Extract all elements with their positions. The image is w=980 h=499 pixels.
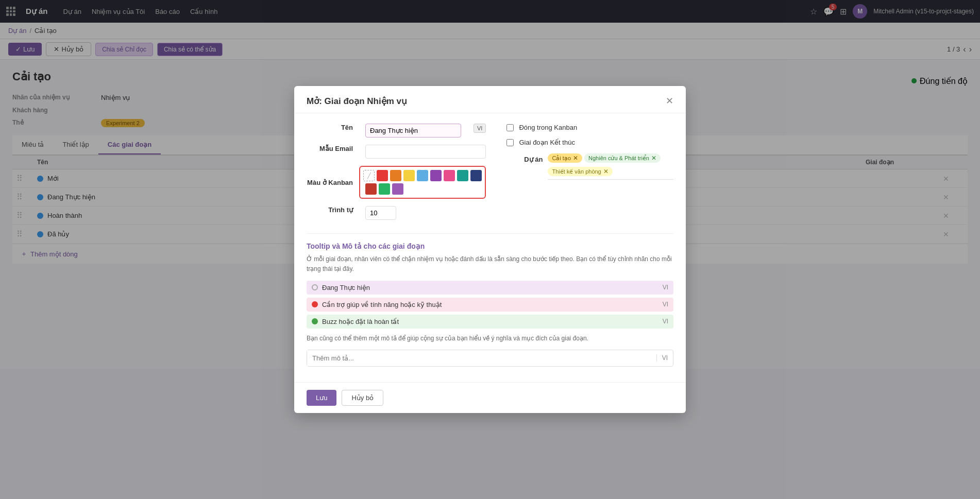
color-navy[interactable]: [470, 170, 482, 181]
divider: [307, 233, 673, 234]
email-template-select[interactable]: [365, 145, 486, 159]
end-stage-row: Giai đoạn Kết thúc: [506, 139, 673, 146]
desc-note: Bạn cũng có thể thêm một mô tả để giúp c…: [307, 334, 673, 343]
name-label: Tên: [307, 124, 353, 131]
color-orange[interactable]: [390, 170, 401, 181]
color-none[interactable]: ╱: [363, 170, 375, 181]
color-picker: ╱: [359, 166, 486, 199]
kanban-color-row: Màu ở Kanban ╱: [307, 166, 486, 199]
sequence-row: Trình tự: [307, 206, 486, 220]
tooltip-title: Tooltip và Mô tả cho các giai đoạn: [307, 242, 673, 250]
state-lang-neutral: VI: [663, 284, 668, 291]
modal-close-button[interactable]: ✕: [666, 95, 673, 107]
color-green[interactable]: [379, 183, 390, 195]
color-teal[interactable]: [457, 170, 468, 181]
state-text-need-help[interactable]: Cần trợ giúp về tính năng hoặc kỹ thuật: [322, 301, 658, 308]
closed-kanban-label: Đóng trong Kanban: [519, 124, 577, 131]
color-red[interactable]: [377, 170, 388, 181]
name-row: Tên VI: [307, 124, 486, 137]
tag-office: Thiết kế văn phòng ✕: [548, 167, 612, 176]
state-text-done[interactable]: Buzz hoặc đặt là hoàn tất: [322, 318, 658, 325]
modal-save-button[interactable]: Lưu: [307, 390, 336, 406]
tooltip-section: Tooltip và Mô tả cho các giai đoạn Ở mỗi…: [307, 242, 673, 367]
email-template-row: Mẫu Email: [307, 145, 486, 159]
state-text-neutral[interactable]: Đang Thực hiện: [322, 284, 658, 291]
name-input[interactable]: [365, 124, 461, 137]
modal-left: Tên VI Mẫu Email Màu ở Kanban: [307, 124, 486, 227]
remove-nc[interactable]: ✕: [651, 154, 656, 162]
desc-lang: VI: [656, 354, 673, 362]
state-lang-need-help: VI: [663, 301, 668, 308]
state-radio-neutral: [312, 284, 318, 290]
color-pink[interactable]: [444, 170, 455, 181]
name-lang[interactable]: VI: [474, 124, 486, 133]
color-blue[interactable]: [417, 170, 428, 181]
desc-inner: VI: [307, 350, 673, 367]
state-radio-green: [312, 318, 318, 324]
color-yellow[interactable]: [403, 170, 415, 181]
tag-cai-tao: Cải tạo ✕: [548, 153, 582, 163]
closed-kanban-row: Đóng trong Kanban: [506, 124, 673, 131]
modal-cancel-button[interactable]: Hủy bỏ: [342, 390, 383, 406]
end-stage-checkbox[interactable]: [506, 139, 514, 146]
modal-header: Mở: Giai đoạn Nhiệm vụ ✕: [294, 86, 686, 113]
end-stage-label: Giai đoạn Kết thúc: [519, 139, 575, 146]
sequence-input[interactable]: [365, 206, 396, 220]
desc-input[interactable]: [307, 350, 656, 366]
state-row-neutral: Đang Thực hiện VI: [307, 281, 673, 295]
state-row-done: Buzz hoặc đặt là hoàn tất VI: [307, 315, 673, 329]
sequence-label: Trình tự: [307, 206, 353, 214]
project-tags: Cải tạo ✕ Nghiên cứu & Phát triển ✕ Thiế…: [548, 153, 673, 176]
color-violet[interactable]: [392, 183, 403, 195]
state-lang-done: VI: [663, 318, 668, 325]
remove-office[interactable]: ✕: [603, 168, 609, 175]
project-field-row: Dự án Cải tạo ✕ Nghiên cứu & Phát triển …: [506, 153, 673, 180]
modal-overlay: Mở: Giai đoạn Nhiệm vụ ✕ Tên VI: [0, 0, 980, 499]
remove-cai-tao[interactable]: ✕: [573, 154, 578, 162]
modal-body: Tên VI Mẫu Email Màu ở Kanban: [294, 113, 686, 382]
state-radio-red: [312, 301, 318, 307]
project-label: Dự án: [506, 153, 543, 163]
modal-dialog: Mở: Giai đoạn Nhiệm vụ ✕ Tên VI: [294, 86, 686, 413]
color-darkred[interactable]: [365, 183, 377, 195]
modal-title: Mở: Giai đoạn Nhiệm vụ: [307, 96, 407, 107]
modal-footer: Lưu Hủy bỏ: [294, 382, 686, 413]
state-row-need-help: Cần trợ giúp về tính năng hoặc kỹ thuật …: [307, 298, 673, 312]
color-purple[interactable]: [430, 170, 442, 181]
desc-row: VI: [307, 350, 673, 367]
project-tags-container: Cải tạo ✕ Nghiên cứu & Phát triển ✕ Thiế…: [548, 153, 673, 180]
closed-kanban-checkbox[interactable]: [506, 124, 514, 131]
kanban-color-label: Màu ở Kanban: [307, 179, 353, 186]
tag-nc: Nghiên cứu & Phát triển ✕: [584, 153, 661, 163]
tooltip-description: Ở mỗi giai đoạn, nhân viên có thể chặn n…: [307, 254, 673, 274]
modal-right: Đóng trong Kanban Giai đoạn Kết thúc Dự …: [496, 124, 673, 227]
email-template-label: Mẫu Email: [307, 145, 353, 152]
